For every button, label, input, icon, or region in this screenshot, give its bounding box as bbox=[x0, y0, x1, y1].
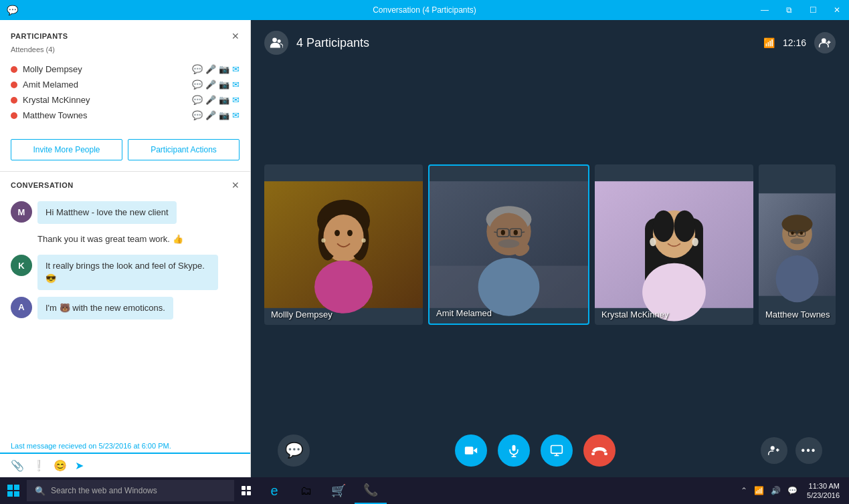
action-buttons: Invite More People Participant Actions bbox=[0, 134, 250, 171]
participants-group-icon bbox=[264, 31, 288, 55]
main-layout: PARTICIPANTS ✕ Attendees (4) Molly Demps… bbox=[0, 20, 849, 477]
start-button[interactable] bbox=[0, 477, 27, 504]
network-icon[interactable]: 📶 bbox=[753, 486, 765, 495]
svg-point-48 bbox=[791, 231, 793, 235]
add-participant-button[interactable] bbox=[761, 437, 787, 464]
volume-icon[interactable]: 🔊 bbox=[769, 486, 782, 495]
chat-icon[interactable]: 💬 bbox=[192, 80, 203, 90]
message-icon[interactable]: ✉ bbox=[232, 95, 240, 105]
svg-rect-57 bbox=[551, 446, 563, 454]
last-message-info: Last message recieved on 5/23/2016 at 6:… bbox=[0, 436, 250, 453]
chat-icon[interactable]: 💬 bbox=[192, 110, 203, 120]
participants-header: PARTICIPANTS ✕ bbox=[11, 31, 240, 41]
svg-point-49 bbox=[800, 231, 803, 235]
screen-share-button[interactable] bbox=[541, 434, 573, 467]
video-header: 4 Participants 📶 12:16 bbox=[251, 20, 849, 66]
message-bubble: It really brings the look and feel of Sk… bbox=[37, 255, 218, 289]
video-icon[interactable]: 📷 bbox=[219, 95, 229, 105]
video-tile-molly[interactable]: Mollly Dempsey bbox=[264, 164, 423, 325]
video-icon[interactable]: 📷 bbox=[219, 110, 229, 120]
participant-actions-button[interactable]: Participant Actions bbox=[128, 139, 240, 160]
svg-point-29 bbox=[478, 258, 540, 316]
svg-line-24 bbox=[494, 232, 497, 233]
clock: 11:30 AM 5/23/2016 bbox=[803, 481, 844, 501]
end-call-button[interactable] bbox=[583, 434, 616, 467]
svg-line-25 bbox=[521, 232, 525, 233]
message-icon[interactable]: ✉ bbox=[232, 80, 240, 90]
chat-button[interactable]: 💬 bbox=[278, 434, 310, 467]
taskbar-app-store[interactable]: 🛒 bbox=[322, 477, 355, 504]
tray-up-arrow[interactable]: ⌃ bbox=[739, 486, 749, 495]
add-people-button[interactable] bbox=[814, 32, 836, 53]
svg-rect-71 bbox=[242, 491, 246, 495]
conversation-header: CONVERSATION ✕ bbox=[0, 172, 250, 196]
message-plain: Thank you it was great team work. 👍 bbox=[37, 231, 240, 248]
participant-icons: 💬 🎤 📷 ✉ bbox=[192, 110, 240, 120]
message-icon[interactable]: ✉ bbox=[232, 64, 240, 74]
left-panel: PARTICIPANTS ✕ Attendees (4) Molly Demps… bbox=[0, 20, 251, 477]
taskbar-app-skype[interactable]: 📞 bbox=[355, 477, 387, 504]
svg-point-38 bbox=[692, 238, 698, 247]
participant-row: Krystal McKinney 💬 🎤 📷 ✉ bbox=[11, 92, 240, 108]
message-row: A I'm 🐻 with the new emoticons. bbox=[11, 297, 240, 320]
video-toggle-button[interactable] bbox=[455, 434, 487, 467]
video-name-label: Matthew Townes bbox=[765, 309, 830, 320]
taskbar-app-explorer[interactable]: 🗂 bbox=[290, 477, 322, 504]
time-display: 12:16 bbox=[783, 37, 806, 48]
emoji-icon[interactable]: 😊 bbox=[54, 459, 67, 472]
svg-point-14 bbox=[321, 239, 325, 243]
video-tile-amit[interactable]: Amit Melamed bbox=[428, 164, 589, 325]
task-view-button[interactable] bbox=[234, 477, 258, 504]
svg-point-51 bbox=[776, 255, 819, 302]
status-dot bbox=[11, 82, 17, 88]
svg-rect-67 bbox=[7, 491, 13, 497]
taskbar-apps: e 🗂 🛒 📞 bbox=[258, 477, 387, 504]
status-dot bbox=[11, 97, 17, 104]
attach-icon[interactable]: 📎 bbox=[11, 459, 24, 472]
video-name-label: Amit Melamed bbox=[436, 308, 492, 318]
svg-point-44 bbox=[782, 215, 813, 233]
minimize-button[interactable]: — bbox=[753, 0, 777, 20]
close-button[interactable]: ✕ bbox=[825, 0, 849, 20]
clock-date: 5/23/2016 bbox=[807, 491, 840, 500]
taskbar-app-edge[interactable]: e bbox=[258, 477, 290, 504]
video-icon[interactable]: 📷 bbox=[219, 64, 229, 74]
video-tile-krystal[interactable]: Krystal McKinney bbox=[595, 164, 753, 325]
alert-icon[interactable]: ❕ bbox=[32, 459, 45, 472]
chat-icon[interactable]: 💬 bbox=[192, 95, 203, 105]
notification-icon[interactable]: 💬 bbox=[786, 486, 799, 495]
conversation-section: CONVERSATION ✕ M Hi Matthew - love the n… bbox=[0, 171, 250, 477]
svg-point-62 bbox=[771, 446, 775, 450]
send-icon[interactable]: ➤ bbox=[75, 459, 84, 472]
svg-point-13 bbox=[314, 261, 373, 313]
video-icon[interactable]: 📷 bbox=[219, 80, 229, 90]
chat-input-area: 📎 ❕ 😊 ➤ bbox=[0, 453, 250, 477]
video-name-label: Mollly Dempsey bbox=[271, 309, 333, 320]
avatar: K bbox=[11, 255, 32, 276]
mic-muted-icon[interactable]: 🎤 bbox=[205, 80, 216, 90]
restore-button[interactable]: ⧉ bbox=[777, 0, 801, 20]
mic-muted-icon[interactable]: 🎤 bbox=[205, 110, 216, 120]
participant-row: Matthew Townes 💬 🎤 📷 ✉ bbox=[11, 108, 240, 123]
search-bar[interactable]: 🔍 Search the web and Windows bbox=[27, 480, 234, 501]
video-tile-matthew[interactable]: Matthew Townes bbox=[759, 164, 836, 325]
participant-icons: 💬 🎤 📷 ✉ bbox=[192, 64, 240, 74]
maximize-button[interactable]: ☐ bbox=[801, 0, 825, 20]
message-icon[interactable]: ✉ bbox=[232, 110, 240, 120]
svg-marker-52 bbox=[473, 448, 477, 453]
message-row: M Hi Matthew - love the new client bbox=[11, 201, 240, 224]
mic-toggle-button[interactable] bbox=[498, 434, 530, 467]
participant-row: Amit Melamed 💬 🎤 📷 ✉ bbox=[11, 77, 240, 92]
conversation-close-button[interactable]: ✕ bbox=[231, 180, 240, 191]
svg-rect-54 bbox=[512, 445, 516, 451]
status-dot bbox=[11, 66, 17, 73]
video-controls: 💬 bbox=[251, 424, 849, 477]
svg-rect-68 bbox=[14, 491, 19, 497]
more-options-button[interactable]: ••• bbox=[795, 437, 822, 464]
svg-point-15 bbox=[361, 239, 365, 243]
invite-more-people-button[interactable]: Invite More People bbox=[11, 139, 122, 160]
participants-close-button[interactable]: ✕ bbox=[231, 31, 240, 41]
mic-icon[interactable]: 🎤 bbox=[205, 64, 216, 74]
chat-icon[interactable]: 💬 bbox=[192, 64, 203, 74]
mic-icon[interactable]: 🎤 bbox=[205, 95, 216, 105]
